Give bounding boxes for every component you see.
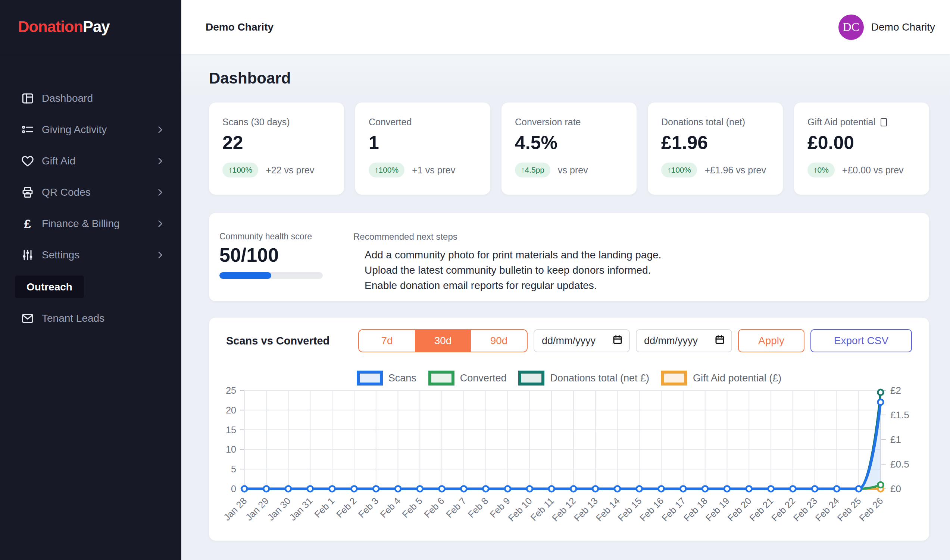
stat-delta: ↑0%+£0.00 vs prev — [808, 163, 916, 177]
trend-badge: ↑0% — [808, 163, 835, 177]
svg-text:0: 0 — [231, 483, 236, 494]
legend-item-donations-total-net[interactable]: Donations total (net £) — [518, 371, 649, 386]
tenant-name: Demo Charity — [206, 21, 273, 33]
sidebar: DonationPay DashboardGiving ActivityGift… — [0, 0, 181, 560]
svg-text:10: 10 — [226, 444, 236, 454]
svg-text:Feb 26: Feb 26 — [857, 495, 885, 523]
legend-label: Donations total (net £) — [550, 372, 649, 384]
svg-text:Feb 4: Feb 4 — [378, 495, 402, 520]
sidebar-outreach-nav: Tenant Leads — [0, 303, 181, 334]
range-90d-button[interactable]: 90d — [471, 330, 527, 352]
sidebar-section-outreach: Outreach — [15, 275, 84, 298]
trend-badge: ↑100% — [222, 163, 258, 177]
delta-text: +1 vs prev — [412, 165, 455, 175]
svg-text:Feb 12: Feb 12 — [550, 495, 578, 523]
svg-text:20: 20 — [226, 405, 236, 415]
legend-swatch — [518, 371, 544, 386]
legend-item-gift-aid-potential[interactable]: Gift Aid potential (£) — [661, 371, 781, 386]
start-date-input[interactable]: dd/mm/yyyy — [534, 329, 630, 352]
stat-card-scans-30-days: Scans (30 days)22↑100%+22 vs prev — [209, 103, 344, 195]
svg-text:£1.5: £1.5 — [890, 409, 909, 420]
legend-item-scans[interactable]: Scans — [357, 371, 416, 386]
start-date-placeholder: dd/mm/yyyy — [542, 335, 595, 347]
range-30d-button[interactable]: 30d — [415, 330, 471, 352]
page-title: Dashboard — [209, 69, 929, 88]
delta-text: vs prev — [558, 165, 588, 175]
stat-label: Converted — [369, 117, 477, 128]
sidebar-item-gift-aid[interactable]: Gift Aid — [0, 145, 181, 177]
delta-text: +£1.96 vs prev — [705, 165, 766, 175]
user-menu[interactable]: DC Demo Charity — [839, 15, 935, 40]
apply-button[interactable]: Apply — [738, 329, 805, 352]
health-progress-bar — [219, 272, 323, 279]
svg-text:Jan 31: Jan 31 — [287, 495, 315, 523]
printer-icon — [21, 186, 34, 199]
svg-text:Feb 10: Feb 10 — [506, 495, 534, 523]
stat-label: Donations total (net) — [661, 117, 770, 128]
sidebar-item-settings[interactable]: Settings — [0, 239, 181, 271]
chevron-right-icon — [155, 219, 165, 229]
export-csv-button[interactable]: Export CSV — [810, 329, 912, 352]
stat-label: Scans (30 days) — [222, 117, 331, 128]
svg-text:Feb 25: Feb 25 — [835, 495, 863, 523]
stat-card-gift-aid-potential: Gift Aid potential£0.00↑0%+£0.00 vs prev — [794, 103, 929, 195]
svg-text:Feb 13: Feb 13 — [572, 495, 600, 523]
range-7d-button[interactable]: 7d — [359, 330, 415, 352]
end-date-placeholder: dd/mm/yyyy — [644, 335, 698, 347]
svg-text:Feb 17: Feb 17 — [660, 495, 688, 523]
delta-text: +£0.00 vs prev — [842, 165, 904, 175]
stat-card-converted: Converted1↑100%+1 vs prev — [355, 103, 490, 195]
svg-text:Feb 11: Feb 11 — [528, 495, 556, 523]
chevron-right-icon — [155, 188, 165, 197]
sidebar-item-dashboard[interactable]: Dashboard — [0, 83, 181, 114]
next-steps-list: Add a community photo for print material… — [353, 247, 661, 293]
next-steps-label: Recommended next steps — [353, 232, 661, 242]
legend-swatch — [357, 371, 383, 386]
legend-item-converted[interactable]: Converted — [428, 371, 507, 386]
chart-legend: ScansConvertedDonations total (net £)Gif… — [226, 371, 912, 386]
svg-text:15: 15 — [226, 425, 236, 435]
svg-text:Feb 8: Feb 8 — [466, 495, 490, 520]
sidebar-item-qr-codes[interactable]: QR Codes — [0, 177, 181, 208]
health-progress-fill — [219, 272, 271, 279]
sidebar-item-finance-billing[interactable]: £Finance & Billing — [0, 208, 181, 239]
stat-delta: ↑100%+1 vs prev — [369, 163, 477, 177]
legend-label: Scans — [389, 372, 416, 384]
svg-text:5: 5 — [231, 464, 236, 474]
sidebar-item-tenant-leads[interactable]: Tenant Leads — [0, 303, 181, 334]
sidebar-item-label: Settings — [42, 249, 79, 261]
avatar: DC — [839, 15, 864, 40]
svg-text:Feb 14: Feb 14 — [594, 495, 622, 523]
brand-logo-donation: Donation — [18, 18, 83, 36]
sidebar-item-label: Dashboard — [42, 92, 93, 105]
sidebar-item-label: Gift Aid — [42, 155, 76, 167]
calendar-icon[interactable] — [714, 334, 725, 348]
svg-text:25: 25 — [226, 385, 236, 395]
calendar-icon[interactable] — [612, 334, 623, 348]
svg-text:Feb 5: Feb 5 — [400, 495, 424, 520]
svg-text:Jan 29: Jan 29 — [243, 495, 270, 523]
stat-delta: ↑4.5ppvs prev — [515, 163, 623, 177]
chevron-right-icon — [155, 125, 165, 135]
chart-controls: Scans vs Converted 7d30d90d dd/mm/yyyy d… — [226, 329, 912, 353]
brand-logo-pay: Pay — [83, 18, 110, 36]
svg-text:£2: £2 — [890, 385, 901, 396]
heart-icon — [21, 154, 34, 168]
svg-text:Feb 20: Feb 20 — [725, 495, 753, 523]
svg-text:Feb 24: Feb 24 — [813, 495, 841, 523]
svg-text:Feb 9: Feb 9 — [488, 495, 512, 520]
chevron-right-icon — [155, 250, 165, 260]
end-date-input[interactable]: dd/mm/yyyy — [636, 329, 732, 352]
brand-logo[interactable]: DonationPay — [0, 0, 181, 54]
sidebar-item-label: Giving Activity — [42, 124, 107, 136]
next-steps-block: Recommended next steps Add a community p… — [353, 232, 661, 301]
sidebar-item-giving-activity[interactable]: Giving Activity — [0, 114, 181, 145]
layout-icon — [21, 92, 34, 105]
legend-swatch — [428, 371, 455, 386]
stat-label: Conversion rate — [515, 117, 623, 128]
svg-text:Feb 21: Feb 21 — [747, 495, 776, 523]
trend-badge: ↑4.5pp — [515, 163, 551, 177]
svg-text:Jan 30: Jan 30 — [265, 495, 293, 523]
svg-text:Feb 3: Feb 3 — [356, 495, 380, 520]
info-icon[interactable] — [881, 118, 887, 126]
